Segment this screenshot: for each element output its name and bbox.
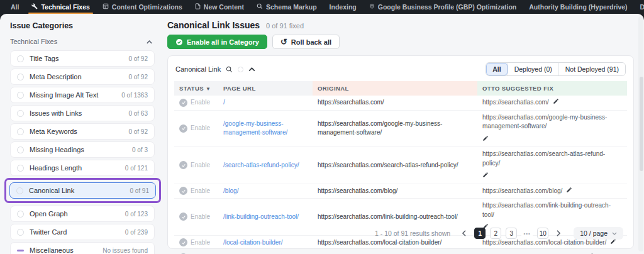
category-label: Missing Image Alt Text — [30, 91, 98, 99]
sidebar-item-canonical-link[interactable]: Canonical Link 0 of 91 — [9, 182, 156, 199]
sidebar-item-meta-keywords[interactable]: Meta Keywords 0 of 92 — [10, 123, 155, 140]
nav-tab-gbp-optimization[interactable]: Google Business Profile (GBP) Optimizati… — [364, 0, 523, 14]
sidebar-item-twitter-card[interactable]: Twitter Card 0 of 239 — [10, 224, 155, 240]
column-header-page-url: PAGE URL — [218, 81, 313, 96]
search-icon[interactable] — [226, 66, 233, 73]
page-button-10[interactable]: 10 — [537, 228, 548, 239]
page-ellipsis[interactable]: ••• — [521, 228, 533, 239]
sidebar-item-open-graph[interactable]: Open Graph 0 of 123 — [10, 206, 155, 222]
suggested-fix-cell: https://searchatlas.com/ — [477, 96, 627, 110]
category-count: 0 of 123 — [125, 211, 148, 218]
check-circle-icon — [175, 38, 183, 46]
main-panel: Canonical Link Issues 0 of 91 fixed Enab… — [162, 14, 644, 254]
page-url-link[interactable]: /blog/ — [223, 187, 238, 196]
sidebar-item-headings-length[interactable]: Headings Length 0 of 121 — [10, 160, 155, 176]
original-cell: https://searchatlas.com/google-my-busine… — [313, 117, 477, 140]
category-count: 0 of 92 — [128, 74, 148, 80]
chevron-up-icon[interactable] — [147, 38, 152, 45]
sidebar-item-missing-headings[interactable]: Missing Headings 0 of 3 — [10, 141, 155, 158]
nav-tab-indexing[interactable]: Indexing — [324, 0, 362, 14]
progress-circle-icon — [16, 187, 23, 194]
edit-pencil-icon[interactable] — [566, 187, 572, 196]
progress-circle-icon — [17, 165, 24, 172]
page-url-cell: /google-my-business-management-software/ — [218, 117, 313, 140]
sidebar-item-issues-with-links[interactable]: Issues with Links 0 of 63 — [10, 105, 155, 121]
page-url-link[interactable]: /google-my-business-management-software/ — [223, 119, 308, 138]
schema-icon — [257, 3, 263, 11]
category-count: 0 of 63 — [128, 110, 148, 117]
nav-tab-all[interactable]: All — [5, 0, 25, 14]
page-button-3[interactable]: 3 — [506, 228, 517, 239]
category-count: 0 of 92 — [128, 128, 148, 135]
page-scrollbar-thumb[interactable] — [640, 77, 643, 171]
top-navigation: All Technical Fixes Content Optimization… — [0, 0, 644, 14]
sidebar-item-missing-image-alt-text[interactable]: Missing Image Alt Text 0 of 1363 — [10, 87, 155, 103]
nav-tab-label: Schema Markup — [266, 3, 317, 11]
column-header-status[interactable]: STATUS▼ — [174, 81, 218, 96]
page-button-1[interactable]: 1 — [474, 228, 486, 239]
edit-pencil-icon[interactable] — [482, 135, 489, 145]
filter-all-button[interactable]: All — [486, 63, 507, 75]
nav-tab-label: New Content — [204, 3, 244, 11]
prev-page-button[interactable] — [458, 228, 470, 239]
filter-deployed-button[interactable]: Deployed (0) — [508, 63, 558, 75]
progress-circle-icon — [17, 74, 24, 80]
status-cell[interactable]: Enable — [174, 250, 218, 254]
page-title: Canonical Link Issues — [167, 20, 260, 30]
status-cell[interactable]: Enable — [174, 184, 218, 199]
filter-not-deployed-button[interactable]: Not Deployed (91) — [558, 63, 625, 75]
next-page-button[interactable] — [553, 228, 564, 239]
page-size-select[interactable]: 10 / page — [574, 227, 623, 240]
sidebar-item-title-tags[interactable]: Title Tags 0 of 92 — [10, 50, 155, 67]
table-row: Enable /google-my-business-management-so… — [174, 111, 627, 148]
main-header: Canonical Link Issues 0 of 91 fixed — [167, 20, 634, 30]
nav-tab-label: Technical Fixes — [41, 3, 89, 11]
new-doc-icon — [195, 3, 201, 11]
nav-tab-label: All — [11, 3, 19, 11]
action-buttons: Enable all in Category ↺ Roll back all — [167, 35, 634, 49]
content-icon — [103, 3, 109, 11]
suggested-fix-cell: https://searchatlas.com/testimonials/ — [477, 250, 627, 254]
section-label: Technical Fixes — [10, 38, 57, 45]
status-cell[interactable]: Enable — [174, 121, 218, 136]
category-count: 0 of 3 — [132, 146, 148, 153]
status-cell[interactable]: Enable — [174, 158, 218, 173]
roll-back-all-button[interactable]: ↺ Roll back all — [272, 35, 340, 49]
enable-check-icon — [179, 124, 187, 133]
page-url-cell: /search-atlas-refund-policy/ — [218, 158, 313, 173]
edit-pencil-icon[interactable] — [553, 98, 559, 108]
category-label: Headings Length — [30, 164, 82, 172]
dash-icon — [17, 250, 24, 251]
canonical-link-table-card: Canonical Link All Deployed (0) Not Depl… — [167, 55, 634, 249]
category-label: Twitter Card — [30, 228, 67, 236]
nav-tab-label: Authority Building (Hyperdrive) — [529, 3, 627, 11]
category-count: 0 of 239 — [125, 229, 148, 236]
nav-tab-digital-outreach[interactable]: Digital Outreach — [635, 0, 644, 14]
page-url-link[interactable]: /search-atlas-refund-policy/ — [223, 161, 299, 170]
table-header-row: STATUS▼ PAGE URL ORIGINAL OTTO SUGGESTED… — [174, 81, 627, 96]
sidebar-item-miscellaneous[interactable]: Miscellaneous No issues found — [10, 242, 155, 254]
collapse-chevron-up-icon[interactable] — [248, 67, 255, 72]
nav-tab-schema-markup[interactable]: Schema Markup — [251, 0, 323, 14]
nav-tab-new-content[interactable]: New Content — [189, 0, 250, 14]
sidebar-section-technical-fixes[interactable]: Technical Fixes — [10, 38, 155, 45]
page-url-link[interactable]: / — [223, 98, 225, 108]
nav-tab-content-optimizations[interactable]: Content Optimizations — [97, 0, 188, 14]
page-size-value: 10 / page — [580, 229, 608, 237]
category-label: Miscellaneous — [30, 246, 74, 254]
category-label: Missing Headings — [30, 146, 84, 153]
page-button-2[interactable]: 2 — [490, 228, 501, 239]
original-cell: https://searchatlas.com/search-atlas-ref… — [313, 158, 477, 173]
column-header-original: ORIGINAL — [313, 81, 477, 96]
edit-pencil-icon[interactable] — [482, 172, 489, 181]
table-row: Enable /search-atlas-refund-policy/ http… — [174, 147, 627, 184]
nav-tab-label: Content Optimizations — [112, 3, 182, 11]
page-url-cell: /testimonials/ — [218, 250, 313, 254]
progress-circle-icon — [17, 211, 24, 218]
category-label: Canonical Link — [29, 187, 74, 194]
nav-tab-technical-fixes[interactable]: Technical Fixes — [26, 0, 95, 14]
enable-all-in-category-button[interactable]: Enable all in Category — [167, 35, 267, 49]
status-cell[interactable]: Enable — [174, 96, 218, 110]
nav-tab-authority-building[interactable]: Authority Building (Hyperdrive) — [523, 0, 633, 14]
sidebar-item-meta-description[interactable]: Meta Description 0 of 92 — [10, 69, 155, 85]
